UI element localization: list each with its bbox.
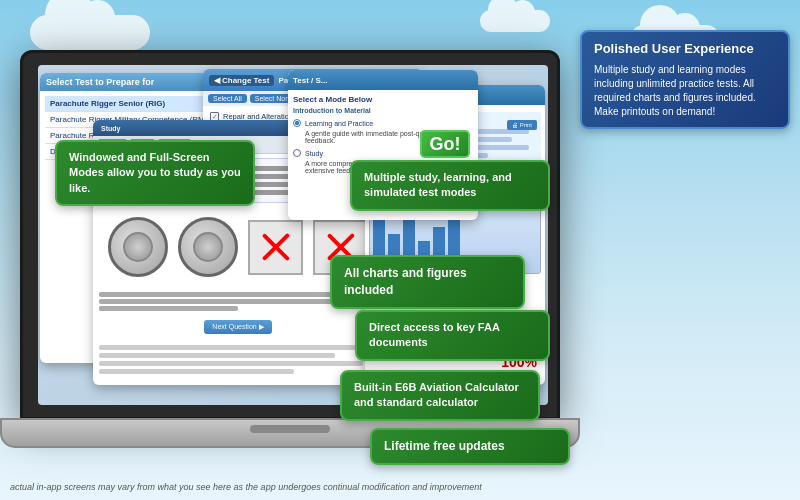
callout-study-modes-text: Multiple study, learning, and simulated … (364, 171, 512, 198)
callout-windowed: Windowed and Full-Screen Modes allow you… (55, 140, 255, 206)
next-question-button[interactable]: Next Question ▶ (204, 320, 271, 334)
text-line-1 (99, 345, 363, 350)
callout-polished-text: Multiple study and learning modes includ… (594, 63, 776, 119)
intro-to-material[interactable]: Introduction to Material (293, 107, 473, 114)
callout-lifetime-text: Lifetime free updates (384, 439, 505, 453)
callout-faa: Direct access to key FAA documents (355, 310, 550, 361)
laptop-body: Select Test to Prepare for Parachute Rig… (20, 50, 560, 420)
callout-lifetime: Lifetime free updates (370, 428, 570, 465)
answer-text-lines (99, 292, 363, 297)
select-test-header: Select Test to Prepare for (40, 73, 230, 91)
mode-window-header: Test / S... (288, 70, 478, 90)
back-button[interactable]: ◀ Change Test (209, 75, 274, 86)
disclaimer-text: actual in-app screens may vary from what… (10, 482, 482, 492)
x-mark-1 (248, 220, 303, 275)
callout-charts-text: All charts and figures included (344, 266, 467, 297)
circle-inner-2 (193, 232, 223, 262)
mode-intro-label: Select a Mode Below (293, 95, 473, 104)
callout-e6b: Built-in E6B Aviation Calculator and sta… (340, 370, 540, 421)
answer-text-line-3 (99, 306, 238, 311)
callout-charts: All charts and figures included (330, 255, 525, 309)
mode-radio-2[interactable] (293, 149, 301, 157)
callout-polished: Polished User Experience Multiple study … (580, 30, 790, 129)
test-window-title: Study (101, 125, 120, 132)
mode-label-1: Learning and Practice (305, 120, 373, 127)
mode-radio-1[interactable] (293, 119, 301, 127)
text-line-4 (99, 369, 294, 374)
mode-option-1[interactable]: Learning and Practice (293, 117, 473, 129)
print-button[interactable]: 🖨 Print (507, 120, 537, 130)
select-all-btn[interactable]: Select All (208, 94, 247, 103)
answer-text-line-2 (99, 299, 335, 304)
mode-label-2: Study (305, 150, 323, 157)
mode-window-title: Test / S... (293, 76, 328, 85)
callout-windowed-text: Windowed and Full-Screen Modes allow you… (69, 151, 241, 194)
circle-inner-1 (123, 232, 153, 262)
callout-faa-text: Direct access to key FAA documents (369, 321, 499, 348)
circle-diagram-1 (108, 217, 168, 277)
cloud-3 (480, 10, 550, 32)
text-line-2 (99, 353, 335, 358)
x-mark-container (248, 220, 303, 275)
callout-study-modes: Multiple study, learning, and simulated … (350, 160, 550, 211)
text-line-3 (99, 361, 363, 366)
callout-polished-title: Polished User Experience (594, 40, 776, 58)
select-test-title: Select Test to Prepare for (46, 77, 154, 87)
callout-e6b-text: Built-in E6B Aviation Calculator and sta… (354, 381, 519, 408)
go-button[interactable]: Go! (420, 130, 470, 158)
circle-diagram-2 (178, 217, 238, 277)
test-item-1[interactable]: Parachute Rigger Senior (RIG) (45, 96, 225, 112)
